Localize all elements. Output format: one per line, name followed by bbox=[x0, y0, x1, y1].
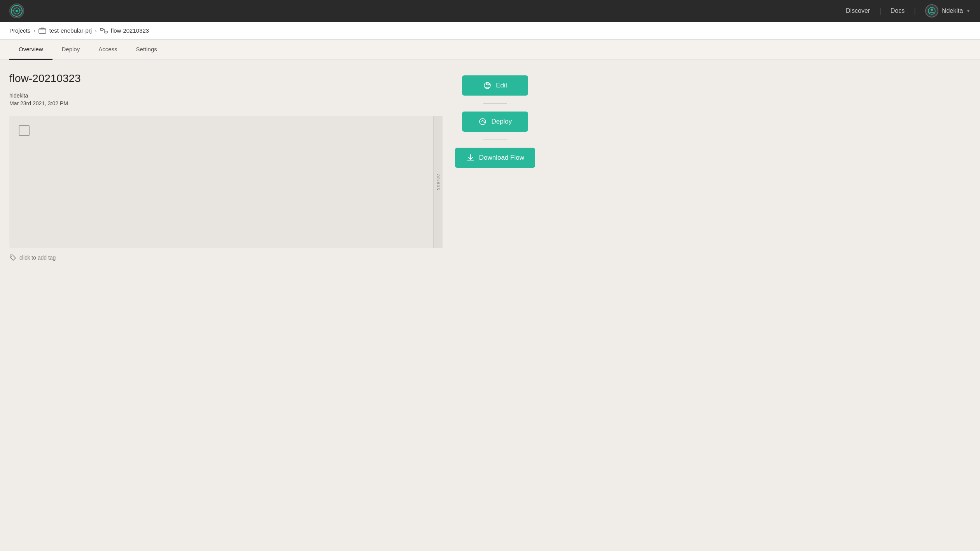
download-flow-button[interactable]: Download Flow bbox=[455, 148, 535, 168]
action-divider-2 bbox=[483, 139, 507, 140]
edit-icon bbox=[483, 81, 492, 90]
tab-settings[interactable]: Settings bbox=[127, 40, 166, 60]
username-label: hidekita bbox=[942, 7, 963, 14]
tab-deploy[interactable]: Deploy bbox=[52, 40, 89, 60]
main-content: flow-20210323 hidekita Mar 23rd 2021, 3:… bbox=[0, 60, 544, 274]
breadcrumb-sep-1: › bbox=[33, 28, 35, 34]
flow-author: hidekita bbox=[9, 92, 443, 99]
project-icon bbox=[38, 28, 46, 34]
nav-divider-2: | bbox=[914, 7, 916, 15]
breadcrumb-flow-name[interactable]: flow-20210323 bbox=[111, 27, 149, 34]
nav-links: Discover | Docs | hidekita ▼ bbox=[846, 4, 971, 17]
breadcrumb-projects[interactable]: Projects bbox=[9, 27, 30, 34]
edit-button-label: Edit bbox=[496, 82, 507, 89]
user-avatar-icon bbox=[925, 4, 938, 17]
svg-rect-9 bbox=[105, 31, 107, 33]
tab-overview[interactable]: Overview bbox=[9, 40, 52, 60]
tag-icon bbox=[9, 254, 16, 261]
flow-icon bbox=[100, 28, 108, 34]
top-navigation: Discover | Docs | hidekita ▼ bbox=[0, 0, 980, 22]
tag-section[interactable]: click to add tag bbox=[9, 254, 443, 261]
edit-button[interactable]: Edit bbox=[462, 75, 528, 96]
svg-point-10 bbox=[11, 256, 12, 257]
flow-preview-area: source bbox=[9, 116, 443, 248]
svg-point-12 bbox=[486, 83, 488, 85]
deploy-icon bbox=[478, 117, 487, 126]
svg-point-2 bbox=[16, 10, 18, 12]
flow-title: flow-20210323 bbox=[9, 72, 443, 85]
user-menu[interactable]: hidekita ▼ bbox=[925, 4, 971, 17]
breadcrumb-sep-2: › bbox=[95, 28, 97, 34]
docs-link[interactable]: Docs bbox=[891, 7, 905, 14]
flow-content: flow-20210323 hidekita Mar 23rd 2021, 3:… bbox=[9, 72, 443, 261]
side-actions-panel: Edit Deploy bbox=[455, 72, 535, 261]
app-logo[interactable] bbox=[9, 3, 24, 18]
tabs-bar: Overview Deploy Access Settings bbox=[0, 40, 980, 60]
svg-rect-7 bbox=[39, 29, 46, 33]
download-icon bbox=[466, 153, 475, 162]
svg-rect-8 bbox=[100, 28, 103, 30]
flow-source-sidebar: source bbox=[433, 116, 443, 248]
svg-point-13 bbox=[480, 119, 486, 125]
action-divider-1 bbox=[483, 103, 507, 104]
nav-divider-1: | bbox=[879, 7, 881, 15]
breadcrumb: Projects › test-enebular-prj › flow-2021… bbox=[0, 22, 980, 40]
logo-area bbox=[9, 3, 24, 18]
flow-node bbox=[19, 125, 30, 136]
source-label: source bbox=[435, 174, 441, 190]
breadcrumb-project-name[interactable]: test-enebular-prj bbox=[49, 27, 92, 34]
svg-point-14 bbox=[482, 120, 483, 121]
download-flow-label: Download Flow bbox=[479, 154, 524, 162]
flow-canvas[interactable] bbox=[9, 116, 433, 248]
tag-placeholder-text: click to add tag bbox=[19, 255, 56, 261]
deploy-button[interactable]: Deploy bbox=[462, 112, 528, 132]
svg-point-6 bbox=[931, 9, 933, 11]
flow-date: Mar 23rd 2021, 3:02 PM bbox=[9, 100, 443, 106]
tab-access[interactable]: Access bbox=[89, 40, 126, 60]
deploy-button-label: Deploy bbox=[491, 118, 512, 126]
discover-link[interactable]: Discover bbox=[846, 7, 870, 14]
user-chevron-icon: ▼ bbox=[966, 8, 971, 14]
